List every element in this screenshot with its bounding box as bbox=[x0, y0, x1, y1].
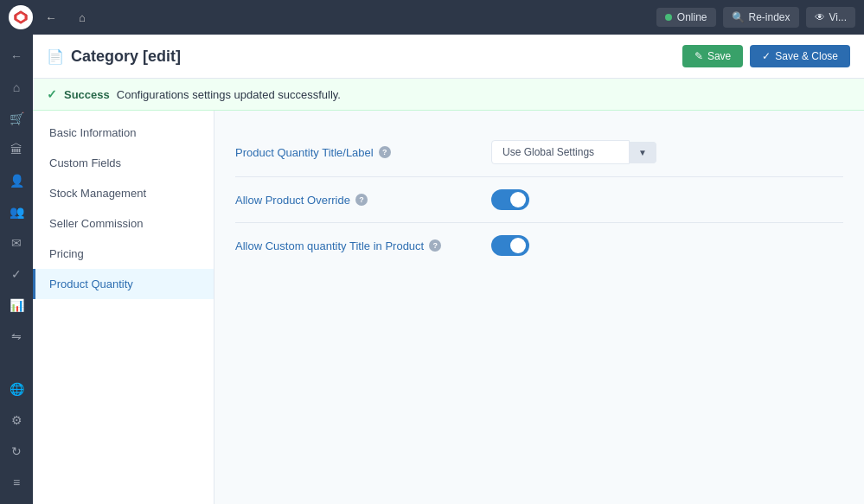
success-check-icon: ✓ bbox=[47, 87, 57, 101]
toggle-allow-product-override[interactable] bbox=[491, 189, 529, 210]
sidebar-mail-btn[interactable]: ✉ bbox=[2, 228, 31, 258]
sidebar-cart-btn[interactable]: 🛒 bbox=[2, 104, 31, 133]
nav-seller-commission[interactable]: Seller Commission bbox=[33, 208, 214, 239]
label-product-quantity-title: Product Quantity Title/Label bbox=[235, 146, 374, 159]
sidebar-menu-btn[interactable]: ≡ bbox=[2, 468, 31, 497]
sidebar-building-btn[interactable]: 🏛 bbox=[2, 135, 31, 164]
sidebar-chart-btn[interactable]: 📊 bbox=[2, 290, 31, 320]
view-label: Vi... bbox=[829, 11, 847, 23]
online-label: Online bbox=[677, 11, 707, 23]
sidebar-user-btn[interactable]: 👤 bbox=[2, 166, 31, 195]
toggle-slider-allow-product-override bbox=[491, 189, 529, 210]
right-panel: Product Quantity Title/Label ? Use Globa… bbox=[214, 111, 864, 504]
online-status: Online bbox=[656, 8, 716, 27]
home-button[interactable]: ⌂ bbox=[69, 4, 95, 30]
back-button[interactable]: ← bbox=[38, 4, 64, 30]
success-banner: ✓ Success Configurations settings update… bbox=[33, 79, 864, 111]
online-dot bbox=[665, 14, 672, 21]
sidebar-back-btn[interactable]: ← bbox=[2, 41, 31, 71]
nav-stock-management[interactable]: Stock Management bbox=[33, 178, 214, 208]
help-icon-allow-custom-quantity-title[interactable]: ? bbox=[429, 239, 441, 252]
header-buttons: ✎ Save ✓ Save & Close bbox=[682, 45, 850, 67]
eye-icon: 👁 bbox=[815, 11, 825, 23]
sidebar-users-btn[interactable]: 👥 bbox=[2, 197, 31, 226]
label-allow-product-override: Allow Product Override bbox=[235, 194, 350, 207]
dropdown-wrap-product-quantity-title: Use Global Settings Custom Default ▼ bbox=[491, 140, 656, 164]
sidebar-refresh-btn[interactable]: ↻ bbox=[2, 437, 31, 466]
page-header: 📄 Category [edit] ✎ Save ✓ Save & Close bbox=[33, 35, 864, 79]
toggle-slider-allow-custom-quantity-title bbox=[491, 235, 529, 256]
save-label: Save bbox=[707, 50, 731, 62]
help-icon-allow-product-override[interactable]: ? bbox=[355, 194, 368, 206]
save-close-button[interactable]: ✓ Save & Close bbox=[750, 45, 850, 67]
nav-product-quantity[interactable]: Product Quantity bbox=[33, 269, 214, 299]
settings-row-allow-custom-quantity-title: Allow Custom quantity Title in Product ? bbox=[235, 223, 843, 268]
save-icon: ✎ bbox=[694, 50, 703, 62]
checkmark-icon: ✓ bbox=[762, 50, 771, 62]
search-icon: 🔍 bbox=[732, 11, 745, 23]
label-wrap-product-quantity-title: Product Quantity Title/Label ? bbox=[235, 146, 477, 159]
label-wrap-allow-product-override: Allow Product Override ? bbox=[235, 194, 477, 207]
sidebar-arrows-btn[interactable]: ⇋ bbox=[2, 322, 31, 351]
nav-pricing[interactable]: Pricing bbox=[33, 239, 214, 269]
dropdown-product-quantity-title[interactable]: Use Global Settings Custom Default bbox=[491, 140, 630, 164]
help-icon-product-quantity-title[interactable]: ? bbox=[379, 146, 391, 158]
sidebar-home-btn[interactable]: ⌂ bbox=[2, 73, 31, 102]
success-message: Configurations settings updated successf… bbox=[117, 88, 341, 101]
reindex-button[interactable]: 🔍 Re-index bbox=[723, 7, 799, 28]
success-label: Success bbox=[64, 88, 110, 101]
logo bbox=[9, 5, 33, 29]
label-wrap-allow-custom-quantity-title: Allow Custom quantity Title in Product ? bbox=[235, 239, 477, 252]
page-title: Category [edit] bbox=[71, 48, 181, 66]
settings-row-product-quantity-title: Product Quantity Title/Label ? Use Globa… bbox=[235, 128, 843, 177]
view-button[interactable]: 👁 Vi... bbox=[806, 7, 855, 28]
sidebar-gear-btn[interactable]: ⚙ bbox=[2, 405, 31, 435]
left-nav: Basic Information Custom Fields Stock Ma… bbox=[33, 111, 214, 504]
sidebar-globe-btn[interactable]: 🌐 bbox=[2, 374, 31, 404]
sidebar-check-btn[interactable]: ✓ bbox=[2, 259, 31, 289]
label-allow-custom-quantity-title: Allow Custom quantity Title in Product bbox=[235, 239, 424, 252]
page-title-icon: 📄 bbox=[47, 48, 64, 65]
save-button[interactable]: ✎ Save bbox=[682, 45, 743, 67]
save-close-label: Save & Close bbox=[775, 50, 838, 62]
nav-custom-fields[interactable]: Custom Fields bbox=[33, 148, 214, 178]
nav-basic-information[interactable]: Basic Information bbox=[33, 118, 214, 148]
page-title-wrap: 📄 Category [edit] bbox=[47, 48, 181, 66]
toggle-allow-custom-quantity-title[interactable] bbox=[491, 235, 529, 256]
top-navbar: ← ⌂ Online 🔍 Re-index 👁 Vi... bbox=[0, 0, 864, 35]
reindex-label: Re-index bbox=[749, 11, 790, 23]
dropdown-arrow-btn[interactable]: ▼ bbox=[630, 142, 656, 163]
icon-sidebar: ← ⌂ 🛒 🏛 👤 👥 ✉ ✓ 📊 ⇋ 🌐 ⚙ ↻ ≡ bbox=[0, 35, 33, 504]
content-area: 📄 Category [edit] ✎ Save ✓ Save & Close … bbox=[33, 35, 864, 504]
two-pane: Basic Information Custom Fields Stock Ma… bbox=[33, 111, 864, 504]
settings-row-allow-product-override: Allow Product Override ? bbox=[235, 177, 843, 223]
